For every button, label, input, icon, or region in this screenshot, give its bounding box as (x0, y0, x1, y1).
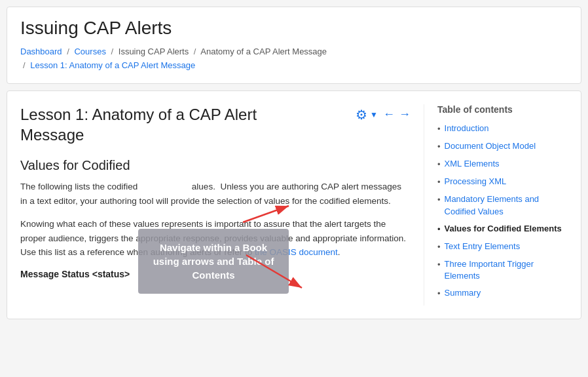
toc-item-dom: Document Object Model (437, 140, 568, 153)
lesson-title: Lesson 1: Anatomy of a CAP Alert Message (20, 104, 269, 145)
tooltip-text: Navigate within a Book using arrows and … (153, 242, 274, 281)
toc-item-summary: Summary (437, 287, 568, 300)
toc-item-three-trigger: Three Important Trigger Elements (437, 258, 568, 282)
prev-arrow-icon[interactable]: ← (383, 108, 395, 121)
toc-link-values-codified[interactable]: Values for Codified Elements (445, 223, 562, 235)
toc-link-three-trigger[interactable]: Three Important Trigger Elements (445, 258, 568, 282)
toc-link-summary[interactable]: Summary (445, 287, 481, 299)
lesson-header: Lesson 1: Anatomy of a CAP Alert Message… (20, 104, 411, 145)
toc-link-xml-elements[interactable]: XML Elements (445, 158, 500, 170)
toc-list: Introduction Document Object Model XML E… (437, 123, 568, 300)
breadcrumb-dashboard[interactable]: Dashboard (20, 47, 62, 56)
toc-sidebar: Table of contents Introduction Document … (424, 104, 568, 306)
paragraph-1: The following lists the codified alues. … (20, 180, 411, 208)
section-title: Values for Codified (20, 158, 411, 173)
toc-link-text-entry[interactable]: Text Entry Elements (445, 241, 521, 252)
toc-item-mandatory: Mandatory Elements and Codified Values (437, 193, 568, 217)
breadcrumb-sep-4: / (23, 60, 26, 70)
toc-title: Table of contents (437, 104, 568, 115)
nav-arrows: ← → (383, 108, 411, 121)
toc-item-values-codified: Values for Codified Elements (437, 223, 568, 235)
main-card: Lesson 1: Anatomy of a CAP Alert Message… (7, 90, 581, 319)
breadcrumb-courses[interactable]: Courses (74, 47, 105, 56)
tooltip-overlay: Navigate within a Book using arrows and … (138, 229, 289, 294)
toc-item-processing-xml: Processing XML (437, 176, 568, 188)
page-title: Issuing CAP Alerts (20, 18, 568, 39)
toc-link-dom[interactable]: Document Object Model (445, 140, 536, 152)
toc-item-text-entry: Text Entry Elements (437, 241, 568, 253)
gear-icon[interactable]: ⚙ (356, 107, 367, 123)
toc-link-introduction[interactable]: Introduction (445, 123, 489, 134)
next-arrow-icon[interactable]: → (399, 108, 411, 121)
top-card: Issuing CAP Alerts Dashboard / Courses /… (7, 7, 581, 84)
toc-link-processing-xml[interactable]: Processing XML (445, 176, 507, 188)
toc-item-xml-elements: XML Elements (437, 158, 568, 170)
dropdown-arrow-icon[interactable]: ▼ (370, 110, 378, 119)
toc-link-mandatory[interactable]: Mandatory Elements and Codified Values (445, 193, 568, 217)
outer-container: Issuing CAP Alerts Dashboard / Courses /… (0, 0, 588, 326)
toc-item-introduction: Introduction (437, 123, 568, 135)
breadcrumb-sep-3: / (194, 47, 196, 56)
breadcrumb-issuing: Issuing CAP Alerts (119, 47, 189, 56)
breadcrumb-sep-1: / (67, 47, 69, 56)
breadcrumb-lesson-link[interactable]: Lesson 1: Anatomy of a CAP Alert Message (30, 60, 195, 70)
breadcrumb: Dashboard / Courses / Issuing CAP Alerts… (20, 45, 568, 73)
breadcrumb-anatomy: Anatomy of a CAP Alert Message (200, 47, 327, 56)
breadcrumb-sep-2: / (111, 47, 114, 56)
nav-controls: ⚙ ▼ ← → (356, 107, 411, 123)
